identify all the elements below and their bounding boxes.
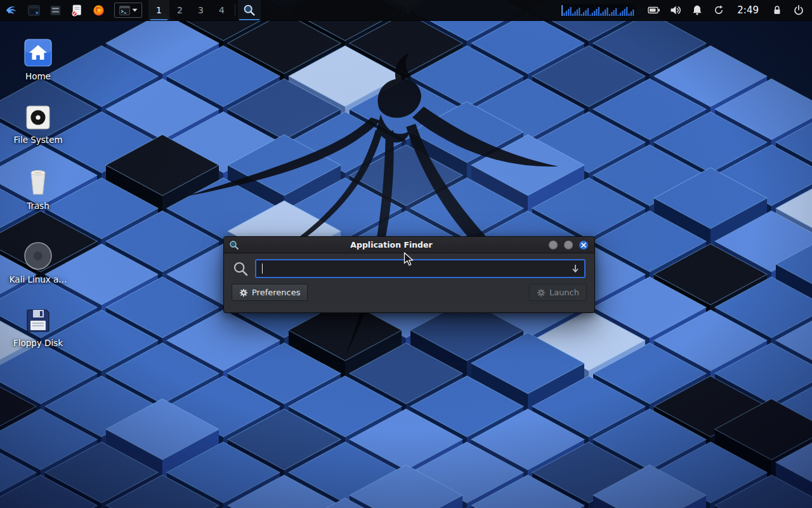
home-icon xyxy=(23,38,53,67)
launch-gear-icon xyxy=(537,288,546,297)
workspace-1-label: 1 xyxy=(156,5,162,15)
trash-icon xyxy=(23,166,53,197)
kali-logo-icon xyxy=(4,3,18,17)
workspace-2-label: 2 xyxy=(177,5,183,15)
notifications-indicator[interactable] xyxy=(690,0,704,20)
applications-menu-button[interactable] xyxy=(0,0,23,20)
window-controls xyxy=(541,241,594,250)
maximize-button[interactable] xyxy=(564,241,573,250)
updates-refresh-icon xyxy=(713,4,724,16)
desktop-icon-file-system[interactable]: File System xyxy=(5,99,71,145)
system-load-graph[interactable] xyxy=(561,4,636,17)
desktop-screen: 1 2 3 4 xyxy=(0,0,812,508)
application-finder-icon xyxy=(243,4,256,17)
desktop-icon-label: Floppy Disk xyxy=(5,338,71,349)
battery-indicator[interactable] xyxy=(647,0,661,20)
panel-spacer xyxy=(261,0,561,20)
dropdown-arrow-icon[interactable] xyxy=(571,264,580,274)
power-button[interactable] xyxy=(792,0,806,20)
workspace-switcher: 1 2 3 4 xyxy=(148,0,232,20)
taskbar-app-application-finder[interactable] xyxy=(238,0,261,20)
kali-disc-icon xyxy=(23,241,53,271)
floppy-disk-icon xyxy=(25,307,51,334)
launch-label: Launch xyxy=(549,288,579,297)
titlebar[interactable]: Application Finder xyxy=(224,237,594,253)
firefox-app-icon xyxy=(93,4,105,17)
taskbar-app-firefox[interactable] xyxy=(88,0,109,20)
power-icon xyxy=(793,4,804,16)
terminal-icon xyxy=(119,6,130,15)
application-finder-icon xyxy=(229,240,239,250)
launch-button[interactable]: Launch xyxy=(529,284,587,301)
finder-body: Preferences Launch xyxy=(224,253,594,312)
taskbar-app-files[interactable] xyxy=(44,0,66,20)
desktop-icon-floppy-disk[interactable]: Floppy Disk xyxy=(5,302,71,349)
workspace-1[interactable]: 1 xyxy=(148,0,169,20)
terminal-launcher-button[interactable] xyxy=(114,3,142,18)
file-cabinet-app-icon xyxy=(49,5,62,16)
top-panel: 1 2 3 4 xyxy=(0,0,812,21)
close-icon xyxy=(581,243,586,248)
workspace-4[interactable]: 4 xyxy=(211,0,232,20)
lock-icon xyxy=(771,4,783,16)
keyring-lock[interactable] xyxy=(770,0,784,20)
desktop-icon-trash[interactable]: Trash xyxy=(5,165,71,211)
search-icon xyxy=(233,261,249,277)
battery-icon xyxy=(648,4,660,16)
taskbar xyxy=(23,0,109,20)
volume-indicator[interactable] xyxy=(669,0,683,20)
search-input[interactable] xyxy=(255,259,586,278)
file-system-drive-icon xyxy=(25,104,51,131)
desktop-icon-kali-docs[interactable]: Kali Linux a... xyxy=(5,239,71,285)
volume-icon xyxy=(670,4,682,16)
text-caret xyxy=(262,264,263,274)
text-editor-app-icon xyxy=(71,4,82,17)
desktop-icon-label: Trash xyxy=(5,201,71,211)
preferences-label: Preferences xyxy=(252,288,300,297)
clock[interactable]: 2:49 xyxy=(732,0,764,20)
taskbar-app-editor[interactable] xyxy=(66,0,88,20)
chevron-down-icon xyxy=(132,8,138,12)
desktop-icon-home[interactable]: Home xyxy=(5,36,71,82)
workspace-2[interactable]: 2 xyxy=(169,0,190,20)
gear-icon xyxy=(239,288,248,297)
workspace-3[interactable]: 3 xyxy=(190,0,211,20)
application-finder-window: Application Finder xyxy=(223,236,595,313)
taskbar-app-window[interactable] xyxy=(23,0,44,20)
desktop-icon-label: Home xyxy=(5,72,71,82)
minimize-button[interactable] xyxy=(549,241,558,250)
close-button[interactable] xyxy=(579,241,588,250)
workspace-3-label: 3 xyxy=(198,5,204,15)
updates-indicator[interactable] xyxy=(712,0,726,20)
notifications-bell-icon xyxy=(691,4,703,16)
preferences-button[interactable]: Preferences xyxy=(232,284,308,301)
panel-separator xyxy=(235,4,235,16)
dark-window-app-icon xyxy=(28,5,40,16)
desktop-icon-label: File System xyxy=(5,135,71,145)
window-title: Application Finder xyxy=(242,240,541,250)
desktop-icon-label: Kali Linux a... xyxy=(5,275,71,285)
workspace-4-label: 4 xyxy=(219,5,225,15)
